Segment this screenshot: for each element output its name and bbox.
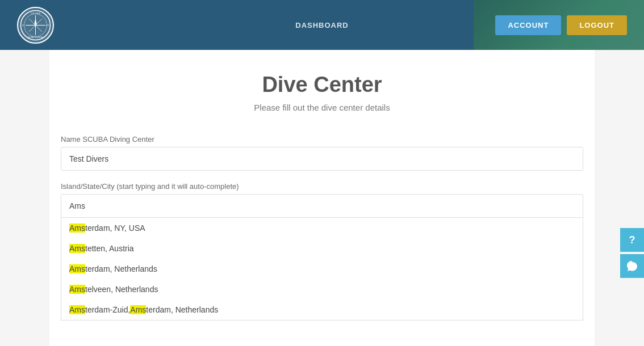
- logo: IT'S DIVE SOMEWHERE O' CK: [17, 7, 54, 44]
- chat-icon: [626, 260, 638, 272]
- page-title: Dive Center: [61, 73, 583, 97]
- location-field-group: Island/State/City (start typing and it w…: [61, 182, 583, 218]
- header-nav: DASHBOARD: [295, 20, 349, 30]
- rest-3: terdam, Netherlands: [85, 264, 157, 273]
- svg-text:IT'S DIVE: IT'S DIVE: [31, 12, 41, 15]
- autocomplete-item-2[interactable]: Amstetten, Austria: [61, 238, 583, 259]
- svg-text:O': O': [22, 24, 24, 27]
- autocomplete-item-3[interactable]: Amsterdam, Netherlands: [61, 259, 583, 279]
- header: IT'S DIVE SOMEWHERE O' CK DASHBOARD ACCO…: [0, 0, 644, 50]
- rest-5a: terdam-Zuid,: [85, 305, 130, 314]
- name-label: Name SCUBA Diving Center: [61, 135, 583, 144]
- autocomplete-item-4[interactable]: Amstelveen, Netherlands: [61, 279, 583, 299]
- name-input[interactable]: [61, 147, 583, 171]
- rest-4: telveen, Netherlands: [85, 285, 158, 294]
- location-input[interactable]: [61, 194, 583, 218]
- help-button[interactable]: ?: [620, 228, 644, 252]
- header-left: IT'S DIVE SOMEWHERE O' CK: [17, 7, 54, 44]
- rest-5b: terdam, Netherlands: [146, 305, 218, 314]
- highlight-5b: Ams: [130, 305, 146, 314]
- dashboard-link[interactable]: DASHBOARD: [295, 21, 349, 29]
- autocomplete-item-5[interactable]: Amsterdam-Zuid, Amsterdam, Netherlands: [61, 299, 583, 320]
- page-subtitle: Please fill out the dive center details: [61, 103, 583, 112]
- chat-button[interactable]: [620, 254, 644, 278]
- autocomplete-item-1[interactable]: Amsterdam, NY, USA: [61, 218, 583, 238]
- name-field-group: Name SCUBA Diving Center: [61, 135, 583, 171]
- rest-1: terdam, NY, USA: [85, 223, 145, 233]
- logout-button[interactable]: LOGOUT: [567, 15, 627, 35]
- highlight-4: Ams: [69, 285, 85, 294]
- highlight-5a: Ams: [69, 305, 85, 314]
- sidebar-right: ?: [620, 228, 644, 278]
- rest-2: tetten, Austria: [85, 244, 134, 253]
- autocomplete-dropdown: Amsterdam, NY, USA Amstetten, Austria Am…: [61, 218, 583, 320]
- main-content: Dive Center Please fill out the dive cen…: [49, 50, 595, 346]
- highlight-3: Ams: [69, 264, 85, 273]
- highlight-2: Ams: [69, 244, 85, 253]
- autocomplete-wrapper: Amsterdam, NY, USA Amstetten, Austria Am…: [61, 194, 583, 218]
- location-label: Island/State/City (start typing and it w…: [61, 182, 583, 191]
- svg-text:CK: CK: [46, 24, 49, 27]
- svg-text:SOMEWHERE: SOMEWHERE: [28, 36, 43, 39]
- highlight-1: Ams: [69, 223, 85, 233]
- header-buttons: ACCOUNT LOGOUT: [495, 15, 627, 35]
- account-button[interactable]: ACCOUNT: [495, 15, 561, 35]
